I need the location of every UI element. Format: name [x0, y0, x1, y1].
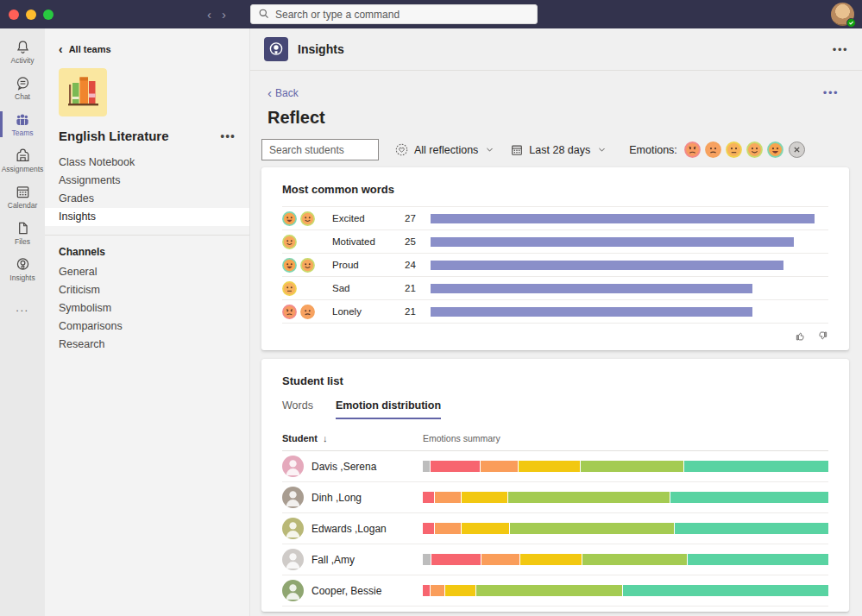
- sidebar-item-assignments[interactable]: Assignments: [45, 172, 249, 190]
- sort-descending-icon: ↓: [323, 433, 328, 443]
- zoom-window-button[interactable]: [43, 9, 53, 20]
- channel-item-research[interactable]: Research: [45, 336, 249, 354]
- rail-item-label: Insights: [9, 273, 35, 282]
- student-row[interactable]: Dinh ,Long: [282, 482, 828, 513]
- angry-emoji-icon[interactable]: [684, 141, 701, 158]
- rail-item-assignments[interactable]: Assignments: [0, 142, 45, 179]
- minimize-window-button[interactable]: [26, 9, 36, 20]
- student-row[interactable]: Davis ,Serena: [282, 451, 828, 482]
- neutral-emoji-icon[interactable]: [726, 141, 742, 158]
- emotion-distribution-bar: [423, 461, 828, 472]
- emotion-segment-yellow: [520, 554, 582, 565]
- all-teams-back-link[interactable]: ‹ All teams: [45, 28, 249, 54]
- rail-item-label: Calendar: [8, 201, 38, 210]
- channel-item-criticism[interactable]: Criticism: [45, 281, 249, 299]
- channel-item-general[interactable]: General: [45, 263, 249, 281]
- emotion-segment-orange: [481, 554, 519, 565]
- date-filter-dropdown[interactable]: Last 28 days: [510, 143, 607, 157]
- word-count-bar: [431, 307, 752, 317]
- emotion-segment-red: [423, 585, 430, 596]
- emotion-distribution-bar: [423, 585, 828, 596]
- emotion-segment-green: [623, 585, 828, 596]
- tab-emotion-distribution[interactable]: Emotion distribution: [336, 399, 441, 419]
- sad-emoji-icon[interactable]: [705, 141, 721, 158]
- user-avatar[interactable]: [831, 3, 854, 26]
- emotion-segment-red: [431, 554, 481, 565]
- app-rail: ActivityChatTeamsAssignmentsCalendarFile…: [0, 28, 45, 616]
- word-emoji-slot: [282, 235, 332, 249]
- student-column-header[interactable]: Student ↓: [282, 433, 423, 443]
- student-row[interactable]: Cooper, Bessie: [282, 575, 828, 607]
- team-more-options-icon[interactable]: •••: [220, 129, 236, 143]
- reflections-filter-dropdown[interactable]: All reflections: [394, 142, 494, 157]
- reflect-more-options-icon[interactable]: •••: [823, 86, 839, 99]
- close-window-button[interactable]: [9, 9, 19, 20]
- file-icon: [15, 220, 31, 236]
- date-filter-label: Last 28 days: [529, 144, 590, 156]
- rail-item-label: Activity: [11, 56, 35, 65]
- student-rows: Davis ,SerenaDinh ,LongEdwards ,LoganFal…: [261, 451, 849, 607]
- close-icon: [793, 146, 801, 154]
- emotion-segment-green: [684, 461, 828, 472]
- sidebar-item-grades[interactable]: Grades: [45, 190, 249, 208]
- calendar-icon: [15, 184, 31, 200]
- angry-emoji-icon: [282, 305, 297, 319]
- rail-item-chat[interactable]: Chat: [0, 70, 45, 106]
- emotion-segment-gray: [423, 554, 431, 565]
- rail-item-calendar[interactable]: Calendar: [0, 179, 45, 215]
- word-row: Excited27: [282, 206, 828, 229]
- titlebar: ‹ ›: [0, 0, 862, 28]
- word-label: Lonely: [332, 306, 405, 317]
- teams-icon: [14, 111, 31, 128]
- words-card-title: Most common words: [261, 167, 849, 206]
- happy-emoji-icon[interactable]: [746, 141, 763, 158]
- rail-item-insights[interactable]: Insights: [0, 251, 45, 287]
- emotion-segment-orange: [435, 523, 461, 534]
- header-more-options-icon[interactable]: •••: [833, 43, 848, 56]
- back-link[interactable]: ‹ Back: [267, 87, 299, 99]
- happy-emoji-icon: [300, 258, 315, 273]
- emotion-segment-red: [423, 492, 434, 503]
- word-row: Motivated25: [282, 229, 828, 253]
- history-nav: ‹ ›: [207, 0, 226, 28]
- thumbs-down-icon[interactable]: [815, 330, 828, 343]
- student-avatar: [282, 518, 304, 539]
- neutral-emoji-icon: [282, 281, 297, 296]
- thumbs-up-icon[interactable]: [795, 330, 808, 343]
- word-count: 24: [405, 260, 431, 270]
- rail-item-teams[interactable]: Teams: [0, 106, 45, 142]
- words-table: Excited27Motivated25Proud24Sad21Lonely21: [282, 206, 828, 324]
- rail-item-activity[interactable]: Activity: [0, 34, 45, 70]
- most-common-words-card: Most common words Excited27Motivated25Pr…: [261, 167, 849, 350]
- channel-item-comparisons[interactable]: Comparisons: [45, 317, 249, 336]
- student-row[interactable]: Fall ,Amy: [282, 544, 828, 575]
- back-row: ‹ Back •••: [267, 86, 839, 99]
- student-name: Dinh ,Long: [311, 492, 423, 504]
- word-label: Sad: [332, 283, 405, 293]
- rail-more-button[interactable]: ...: [0, 292, 45, 322]
- command-search-box[interactable]: [250, 4, 538, 24]
- channel-item-symbolism[interactable]: Symbolism: [45, 299, 249, 317]
- sidebar-item-class-notebook[interactable]: Class Notebook: [45, 154, 249, 172]
- search-icon: [258, 7, 269, 22]
- emotion-segment-yellowgreen: [582, 554, 687, 565]
- command-search-input[interactable]: [275, 9, 530, 21]
- word-emoji-slot: [282, 258, 332, 273]
- search-students-input[interactable]: [261, 139, 379, 160]
- tab-words[interactable]: Words: [282, 399, 313, 419]
- forward-nav-icon[interactable]: ›: [222, 7, 226, 22]
- team-sidebar: ‹ All teams English Literature ••• Class…: [45, 28, 250, 616]
- feedback-row: [261, 324, 849, 350]
- emotion-distribution-bar: [423, 554, 828, 565]
- rail-item-label: Files: [15, 237, 30, 246]
- emotion-segment-yellowgreen: [581, 461, 683, 472]
- sidebar-item-insights[interactable]: Insights: [45, 208, 249, 226]
- rail-item-files[interactable]: Files: [0, 215, 45, 251]
- bell-icon: [15, 39, 31, 55]
- student-row[interactable]: Edwards ,Logan: [282, 513, 828, 544]
- student-list-card: Student list WordsEmotion distribution S…: [261, 359, 849, 612]
- back-nav-icon[interactable]: ‹: [207, 7, 211, 22]
- clear-emotions-filter-button[interactable]: [789, 141, 805, 158]
- laugh-emoji-icon[interactable]: [767, 141, 783, 158]
- team-avatar[interactable]: [59, 68, 107, 116]
